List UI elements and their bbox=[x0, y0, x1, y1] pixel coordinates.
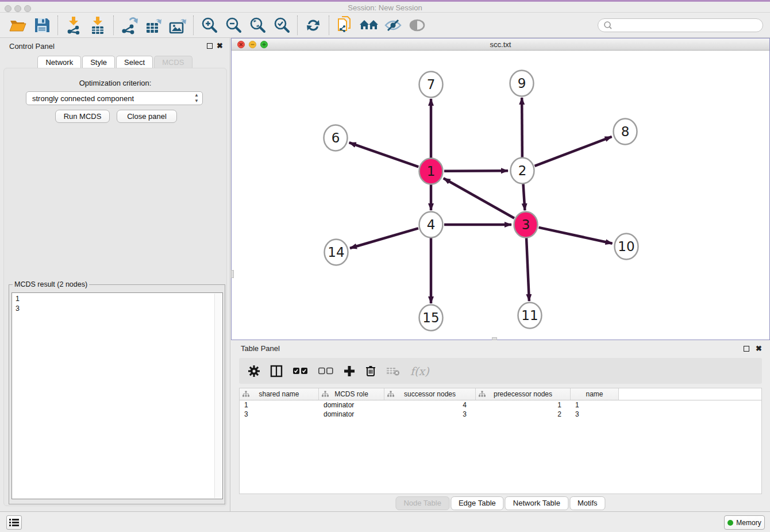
criterion-select[interactable]: strongly connected component ▲▼ bbox=[26, 91, 203, 105]
unchecked-boxes-icon bbox=[318, 367, 333, 375]
table-header-row: shared nameMCDS rolesuccessor nodesprede… bbox=[240, 388, 761, 400]
column-layout-button[interactable] bbox=[270, 365, 283, 377]
select-stepper-icon: ▲▼ bbox=[194, 92, 199, 104]
svg-text:1: 1 bbox=[427, 164, 436, 179]
table-cell[interactable]: 1 bbox=[476, 400, 571, 410]
select-all-checks-button[interactable] bbox=[293, 367, 308, 375]
table-cell[interactable]: 1 bbox=[240, 400, 319, 410]
network-window-titlebar[interactable]: scc.txt bbox=[232, 38, 769, 51]
table-cell[interactable]: 4 bbox=[384, 400, 476, 410]
graph-node-6[interactable]: 6 bbox=[324, 125, 348, 151]
graph-node-1[interactable]: 1 bbox=[419, 159, 443, 184]
delete-column-button[interactable] bbox=[365, 365, 376, 377]
tab-network[interactable]: Network bbox=[37, 56, 81, 69]
float-panel-icon[interactable] bbox=[207, 43, 213, 49]
table-cell[interactable]: dominator bbox=[319, 410, 384, 419]
settings-gear-button[interactable] bbox=[248, 365, 260, 377]
memory-button[interactable]: Memory bbox=[724, 515, 765, 530]
tab-node-table[interactable]: Node Table bbox=[395, 496, 449, 510]
hide-panel-eye-button[interactable] bbox=[381, 14, 405, 36]
graph-node-4[interactable]: 4 bbox=[419, 212, 443, 238]
tab-motifs[interactable]: Motifs bbox=[569, 496, 606, 510]
network-graph[interactable]: 1234678910111415 bbox=[232, 51, 769, 340]
zoom-selected-button[interactable] bbox=[270, 14, 294, 36]
graph-node-2[interactable]: 2 bbox=[511, 158, 534, 184]
edge-4-14[interactable] bbox=[350, 228, 418, 248]
graph-node-3[interactable]: 3 bbox=[514, 212, 538, 238]
function-builder-button[interactable]: f(x) bbox=[410, 365, 429, 377]
node-table[interactable]: shared nameMCDS rolesuccessor nodesprede… bbox=[239, 388, 762, 494]
edge-3-10[interactable] bbox=[538, 228, 612, 244]
export-network-button[interactable] bbox=[117, 14, 141, 36]
tab-edge-table[interactable]: Edge Table bbox=[451, 496, 504, 510]
close-panel-button[interactable]: Close panel bbox=[117, 110, 177, 123]
table-cell[interactable]: dominator bbox=[319, 400, 384, 410]
column-header-successor-nodes[interactable]: successor nodes bbox=[384, 388, 476, 400]
zoom-fit-button[interactable] bbox=[245, 14, 270, 36]
graph-node-10[interactable]: 10 bbox=[615, 234, 638, 260]
add-column-button[interactable] bbox=[344, 365, 355, 377]
result-scrollbar[interactable] bbox=[214, 294, 222, 498]
save-session-button[interactable] bbox=[30, 14, 54, 36]
delete-table-button[interactable] bbox=[386, 367, 400, 376]
graph-node-14[interactable]: 14 bbox=[325, 240, 348, 265]
graph-node-11[interactable]: 11 bbox=[518, 303, 542, 329]
table-cell[interactable]: 3 bbox=[571, 410, 619, 419]
deselect-all-checks-button[interactable] bbox=[318, 367, 333, 375]
splitter-handle-vertical[interactable] bbox=[231, 270, 234, 278]
import-network-button[interactable] bbox=[61, 14, 86, 36]
graph-node-15[interactable]: 15 bbox=[419, 305, 443, 331]
svg-text:2: 2 bbox=[518, 163, 527, 178]
column-header-MCDS-role[interactable]: MCDS role bbox=[319, 388, 384, 400]
column-header-name[interactable]: name bbox=[571, 388, 619, 400]
optimization-criterion-label: Optimization criterion: bbox=[4, 79, 226, 87]
checked-boxes-icon bbox=[293, 367, 308, 375]
columns-icon bbox=[270, 365, 283, 377]
show-panel-eye-button[interactable] bbox=[405, 14, 429, 36]
export-image-button[interactable] bbox=[165, 14, 190, 36]
graph-node-7[interactable]: 7 bbox=[419, 72, 443, 98]
edge-2-9[interactable] bbox=[522, 98, 522, 157]
home-pair-button[interactable] bbox=[357, 14, 381, 36]
refresh-icon bbox=[305, 17, 322, 34]
table-cell[interactable]: 3 bbox=[384, 410, 476, 419]
refresh-button[interactable] bbox=[301, 14, 325, 36]
run-mcds-button[interactable]: Run MCDS bbox=[55, 110, 110, 123]
table-row[interactable]: 1dominator411 bbox=[240, 400, 761, 410]
open-file-button[interactable] bbox=[6, 14, 30, 36]
copy-network-button[interactable] bbox=[333, 14, 357, 36]
column-header-predecessor-nodes[interactable]: predecessor nodes bbox=[476, 388, 571, 400]
svg-text:10: 10 bbox=[618, 239, 634, 254]
close-panel-icon[interactable]: ✖ bbox=[217, 43, 223, 49]
tab-select[interactable]: Select bbox=[116, 56, 153, 69]
edge-2-3[interactable] bbox=[523, 184, 525, 210]
task-history-button[interactable] bbox=[6, 515, 22, 530]
export-table-button[interactable] bbox=[141, 14, 165, 36]
column-header-shared-name[interactable]: shared name bbox=[240, 388, 319, 400]
tab-style[interactable]: Style bbox=[82, 56, 115, 69]
float-table-panel-icon[interactable] bbox=[744, 346, 749, 352]
zoom-in-button[interactable] bbox=[197, 14, 221, 36]
export-network-icon bbox=[120, 16, 138, 34]
table-row[interactable]: 3dominator323 bbox=[240, 410, 761, 419]
graph-node-9[interactable]: 9 bbox=[510, 71, 534, 97]
control-panel-title: Control Panel bbox=[9, 42, 55, 51]
import-table-button[interactable] bbox=[86, 14, 110, 36]
edge-1-2[interactable] bbox=[444, 171, 508, 171]
edge-3-11[interactable] bbox=[526, 238, 529, 301]
table-cell[interactable]: 1 bbox=[571, 400, 619, 410]
tab-network-table[interactable]: Network Table bbox=[505, 496, 568, 510]
mcds-result-textarea[interactable]: 13 bbox=[11, 292, 223, 499]
table-cell[interactable]: 3 bbox=[240, 410, 319, 419]
edge-3-1[interactable] bbox=[444, 178, 514, 218]
export-image-icon bbox=[168, 16, 187, 34]
edge-2-8[interactable] bbox=[535, 137, 612, 166]
tab-mcds[interactable]: MCDS bbox=[154, 56, 192, 69]
table-cell[interactable]: 2 bbox=[476, 410, 571, 419]
search-input[interactable] bbox=[614, 20, 763, 31]
zoom-out-button[interactable] bbox=[221, 14, 245, 36]
edge-1-6[interactable] bbox=[349, 142, 419, 167]
network-canvas[interactable]: 1234678910111415 bbox=[232, 51, 769, 340]
close-table-panel-icon[interactable]: ✖ bbox=[756, 346, 762, 352]
graph-node-8[interactable]: 8 bbox=[614, 119, 637, 145]
